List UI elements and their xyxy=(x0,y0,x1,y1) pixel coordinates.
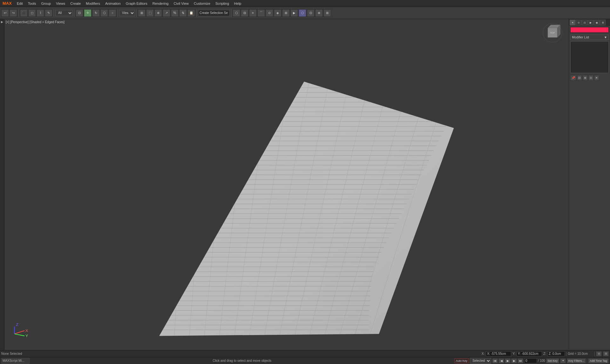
mod-copy-button[interactable]: ⊕ xyxy=(583,75,588,81)
material-editor-button[interactable]: ◈ xyxy=(274,9,281,17)
svg-text:X: X xyxy=(25,329,28,333)
menu-rendering[interactable]: Rendering xyxy=(150,1,171,6)
menu-graph-editors[interactable]: Graph Editors xyxy=(123,1,150,6)
render-setup-button[interactable]: ⊞ xyxy=(282,9,290,17)
select-object-button[interactable]: ⬛ xyxy=(20,9,28,17)
rp-tab-motion[interactable]: ▶ xyxy=(588,20,593,25)
mod-paste-button[interactable]: ⊙ xyxy=(588,75,593,81)
menu-tools[interactable]: Tools xyxy=(25,1,39,6)
menu-group[interactable]: Group xyxy=(39,1,54,6)
percent-snap-button[interactable]: % xyxy=(171,9,179,17)
rp-tab-utilities[interactable]: ⚙ xyxy=(600,20,606,25)
filter-dropdown[interactable]: All xyxy=(55,10,73,16)
mod-delete-button[interactable]: ✕ xyxy=(594,75,599,81)
modifier-buttons: 📌 ⊟ ⊕ ⊙ ✕ xyxy=(569,74,610,81)
set-key-label: Set Key xyxy=(548,359,558,362)
view-dropdown[interactable]: View xyxy=(119,10,135,16)
time-slash: / xyxy=(538,359,539,362)
menu-create[interactable]: Create xyxy=(68,1,83,6)
array-button[interactable]: ⬚ xyxy=(146,9,154,17)
sep5 xyxy=(136,9,137,17)
auto-key-button[interactable]: Auto Key xyxy=(454,358,469,363)
viewcube[interactable]: TOP xyxy=(541,22,564,44)
modifier-list-area xyxy=(570,41,609,73)
right-panel-tabs: ✦ ⊙ ⊡ ▶ ◉ ⚙ xyxy=(569,19,610,26)
lasso-select-button[interactable]: ⌇ xyxy=(37,9,44,17)
layer-manager-button[interactable]: ≡ xyxy=(249,9,257,17)
status-icon1[interactable]: ⊙ xyxy=(596,351,602,356)
viewport-canvas[interactable]: X Y Z TOP xyxy=(4,19,569,350)
add-time-tag-button[interactable]: Add Time Tag xyxy=(588,358,609,363)
layer-button[interactable]: ⊞ xyxy=(138,9,146,17)
render-ipr-button[interactable]: ⊡ xyxy=(307,9,315,17)
menu-help[interactable]: Help xyxy=(232,1,244,6)
viewport-area[interactable]: [+] [Perspective] [Shaded + Edged Faces] xyxy=(4,19,569,350)
select-button[interactable]: ⊡ xyxy=(76,9,83,17)
select-rotate-button[interactable]: ↻ xyxy=(92,9,100,17)
create-selection-input[interactable] xyxy=(198,10,230,16)
modifier-list-label[interactable]: Modifier List ▼ xyxy=(570,35,609,40)
render-prod-button[interactable]: ⬡ xyxy=(299,9,306,17)
reference-coord-button[interactable]: ○ xyxy=(109,9,116,17)
render-preset-button[interactable]: ⊕ xyxy=(315,9,323,17)
align-button[interactable]: ⊟ xyxy=(241,9,248,17)
edit-named-sel-button[interactable]: 📋 xyxy=(187,9,195,17)
curve-editor-button[interactable]: ⌒ xyxy=(257,9,265,17)
menu-views[interactable]: Views xyxy=(53,1,68,6)
viewport-floor-svg: X Y Z xyxy=(4,19,569,350)
mod-pipe-button[interactable]: ⊟ xyxy=(577,75,582,81)
quickrender-button[interactable]: ⊞ xyxy=(323,9,331,17)
time-field[interactable]: 0 xyxy=(524,358,537,363)
menu-animation[interactable]: Animation xyxy=(103,1,123,6)
paint-select-button[interactable]: ✎ xyxy=(45,9,52,17)
viewport-label: [+] [Perspective] [Shaded + Edged Faces] xyxy=(6,20,64,24)
rp-tab-display[interactable]: ◉ xyxy=(594,20,600,25)
next-key-button[interactable]: ▶ xyxy=(511,358,517,363)
undo-button[interactable]: ↩ xyxy=(1,9,9,17)
menu-bar: MAX Edit Tools Group Views Create Modifi… xyxy=(0,0,610,7)
menu-edit[interactable]: Edit xyxy=(14,1,25,6)
key-filters-button[interactable]: Key Filters... xyxy=(567,358,586,363)
set-key-button[interactable]: Set Key xyxy=(546,358,559,363)
rp-tab-modify[interactable]: ⊙ xyxy=(576,20,581,25)
x-coord-field: X: -575.55cm xyxy=(486,351,511,356)
select-scale-button[interactable]: ⬡ xyxy=(100,9,108,17)
status-icon2[interactable]: ⊡ xyxy=(603,351,609,356)
add-time-tag-label: Add Time Tag xyxy=(590,359,607,362)
snap-toggle-button[interactable]: ⊕ xyxy=(154,9,162,17)
rp-tab-hierarchy[interactable]: ⊡ xyxy=(582,20,587,25)
prev-key-button[interactable]: ◀ xyxy=(498,358,504,363)
redo-button[interactable]: ↪ xyxy=(10,9,17,17)
selected-dropdown[interactable]: Selected xyxy=(470,358,491,364)
rp-tab-create[interactable]: ✦ xyxy=(570,20,575,25)
sep6 xyxy=(196,9,197,17)
svg-text:Y: Y xyxy=(25,334,28,338)
select-move-button[interactable]: ✛ xyxy=(84,9,92,17)
schematic-view-button[interactable]: ⊙ xyxy=(266,9,273,17)
mirror-button[interactable]: ⬡ xyxy=(233,9,240,17)
z-coord-label: Z: xyxy=(543,352,546,355)
prev-frame-button[interactable]: ⏮ xyxy=(492,358,498,363)
spinner-snap-button[interactable]: ⇅ xyxy=(179,9,187,17)
color-swatch[interactable] xyxy=(570,27,609,33)
mod-pin-button[interactable]: 📌 xyxy=(570,75,576,81)
menu-civil-view[interactable]: Civil View xyxy=(171,1,191,6)
set-key-icon[interactable]: ✦ xyxy=(560,358,566,363)
render-frame-button[interactable]: ▶ xyxy=(290,9,298,17)
menu-scripting[interactable]: Scripting xyxy=(213,1,232,6)
maxscript-section: MAXScript Mi... xyxy=(1,358,30,364)
app-logo[interactable]: MAX xyxy=(0,0,14,6)
time-value: 0 xyxy=(525,359,527,362)
z-coord-field: Z: 0.0cm xyxy=(547,351,565,356)
x-coord-label: X: xyxy=(482,352,485,355)
menu-modifiers[interactable]: Modifiers xyxy=(83,1,103,6)
svg-text:TOP: TOP xyxy=(550,32,555,34)
angle-snap-button[interactable]: ↗ xyxy=(163,9,170,17)
next-frame-button[interactable]: ⏭ xyxy=(518,358,523,363)
sep7 xyxy=(231,9,231,17)
status-bar: None Selected X: X: -575.55cm Y: Y: -600… xyxy=(0,350,610,357)
menu-customize[interactable]: Customize xyxy=(191,1,213,6)
play-button[interactable]: ▶ xyxy=(505,358,511,363)
select-region-button[interactable]: ◻ xyxy=(28,9,36,17)
sep4 xyxy=(118,9,118,17)
